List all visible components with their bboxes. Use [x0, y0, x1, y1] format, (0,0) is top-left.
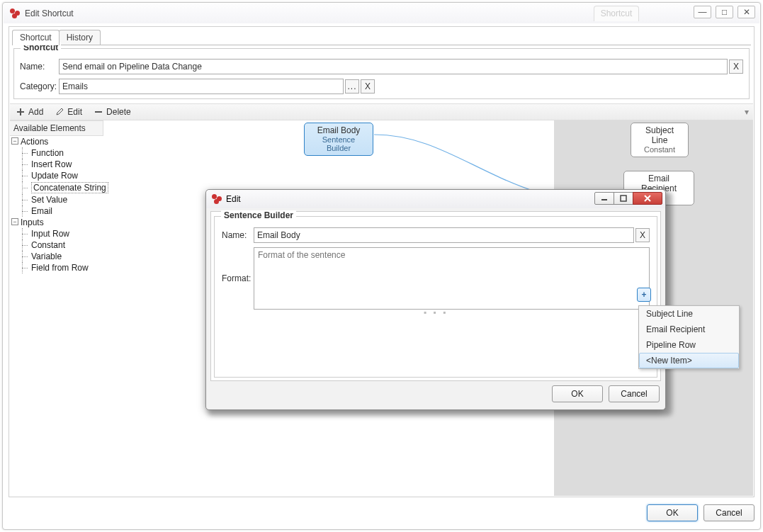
elements-sidebar: Available Elements − Actions Function In…	[10, 120, 103, 496]
tree-item-update-row[interactable]: Update Row	[10, 170, 103, 181]
node-subject-line[interactable]: Subject Line Constant	[631, 123, 689, 157]
dropdown-item-pipeline-row[interactable]: Pipeline Row	[639, 337, 739, 353]
window-close-button[interactable]: ✕	[737, 6, 755, 18]
dialog-name-label: Name:	[222, 230, 254, 240]
inputs-label: Inputs	[21, 217, 44, 227]
window-maximize-button[interactable]: □	[716, 6, 733, 18]
tree-item-field-from-row[interactable]: Field from Row	[10, 262, 103, 273]
edit-button[interactable]: Edit	[49, 103, 88, 120]
tree-item-constant[interactable]: Constant	[10, 239, 103, 251]
resize-grip-icon[interactable]: ▪ ▪ ▪	[424, 307, 448, 378]
dialog-minimize-button[interactable]	[594, 192, 614, 205]
background-tab-ghost: Shortcut	[594, 6, 639, 21]
tree-item-insert-row[interactable]: Insert Row	[10, 159, 103, 170]
node-subtitle: Constant	[631, 145, 688, 157]
plus-icon	[16, 107, 26, 117]
tree-item-input-row[interactable]: Input Row	[10, 228, 103, 239]
pencil-icon	[55, 107, 64, 117]
add-variable-button[interactable]: +	[637, 288, 651, 302]
tree-item-concatenate-string[interactable]: Concatenate String	[10, 181, 103, 194]
category-input[interactable]	[59, 79, 344, 94]
dialog-ok-button[interactable]: OK	[552, 385, 603, 402]
name-clear-button[interactable]: X	[729, 60, 743, 74]
name-input[interactable]	[59, 59, 728, 74]
add-button[interactable]: Add	[10, 103, 49, 120]
minus-icon	[94, 107, 103, 117]
window-minimize-button[interactable]: —	[694, 6, 711, 18]
maximize-icon	[620, 195, 627, 202]
dialog-titlebar: Edit	[206, 190, 665, 208]
collapse-icon[interactable]: −	[11, 137, 18, 145]
svg-rect-0	[621, 196, 626, 201]
dialog-title: Edit	[226, 194, 241, 204]
node-title: Subject Line	[631, 123, 688, 145]
dialog-client: Sentence Builder Name: X Format: + ▪ ▪ ▪	[210, 211, 661, 381]
dialog-name-clear-button[interactable]: X	[635, 228, 650, 242]
add-label: Add	[28, 107, 43, 117]
main-titlebar: Edit Shortcut Shortcut — □ ✕	[4, 4, 759, 23]
tab-shortcut[interactable]: Shortcut	[12, 30, 60, 45]
dialog-footer: OK Cancel	[206, 385, 660, 405]
dialog-name-input[interactable]	[254, 227, 634, 243]
delete-button[interactable]: Delete	[88, 103, 137, 120]
tree-item-function[interactable]: Function	[10, 147, 103, 159]
dropdown-item-subject-line[interactable]: Subject Line	[639, 306, 739, 322]
dialog-format-input[interactable]	[254, 247, 650, 310]
tab-history[interactable]: History	[59, 30, 101, 45]
dropdown-item-new-item[interactable]: <New Item>	[639, 353, 739, 368]
window-title: Edit Shortcut	[25, 9, 74, 18]
category-label: Category:	[20, 81, 59, 91]
sentence-builder-group: Sentence Builder Name: X Format: + ▪ ▪ ▪	[214, 216, 657, 378]
tree-item-email[interactable]: Email	[10, 205, 103, 217]
tree-item-variable[interactable]: Variable	[10, 251, 103, 262]
dialog-close-button[interactable]	[633, 192, 662, 205]
tab-strip: Shortcut History	[12, 30, 100, 45]
dialog-cancel-button[interactable]: Cancel	[609, 385, 660, 402]
canvas-toolbar: Add Edit Delete ▾	[10, 103, 753, 120]
delete-label: Delete	[106, 107, 131, 117]
category-clear-button[interactable]: X	[361, 79, 375, 94]
tree-item-set-value[interactable]: Set Value	[10, 194, 103, 205]
variable-dropdown: Subject Line Email Recipient Pipeline Ro…	[638, 305, 740, 369]
toolbar-overflow-icon[interactable]: ▾	[745, 107, 749, 117]
minimize-icon	[601, 195, 608, 202]
main-footer: OK Cancel	[9, 501, 754, 525]
node-subtitle: Sentence Builder	[305, 135, 373, 155]
dropdown-item-email-recipient[interactable]: Email Recipient	[639, 322, 739, 337]
app-icon	[9, 8, 21, 19]
name-label: Name:	[20, 62, 59, 72]
dialog-maximize-button[interactable]	[614, 192, 633, 205]
tree-group-actions[interactable]: − Actions	[10, 136, 103, 147]
node-email-body[interactable]: Email Body Sentence Builder	[304, 123, 373, 156]
category-browse-button[interactable]: ...	[345, 79, 359, 94]
edit-dialog: Edit Sentence Builder Name: X	[205, 189, 666, 410]
dialog-format-label: Format:	[222, 273, 254, 283]
collapse-icon[interactable]: −	[11, 218, 18, 225]
edit-label: Edit	[67, 107, 82, 117]
app-icon	[212, 194, 222, 204]
actions-label: Actions	[21, 137, 48, 147]
node-title: Email Body	[305, 123, 373, 135]
tree-group-inputs[interactable]: − Inputs	[10, 217, 103, 228]
main-cancel-button[interactable]: Cancel	[703, 504, 754, 521]
main-ok-button[interactable]: OK	[647, 504, 698, 521]
shortcut-groupbox: Shortcut Name: X Category: ... X	[13, 48, 750, 99]
close-icon	[643, 195, 652, 202]
sidebar-header: Available Elements	[10, 120, 103, 136]
tab-underline	[12, 45, 751, 45]
